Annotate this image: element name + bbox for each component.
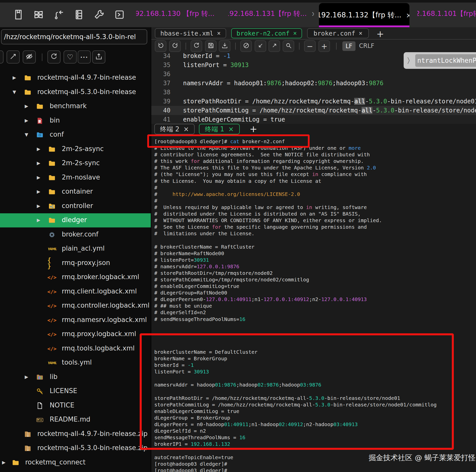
code-line-38[interactable]: 38: [151, 88, 476, 97]
tab-close-icon[interactable]: ×: [359, 30, 362, 37]
refresh-button[interactable]: [47, 50, 61, 64]
new-terminal-button[interactable]: +: [250, 124, 257, 134]
tree-item-2m-noslave[interactable]: ▶2m-noslave: [0, 171, 151, 185]
code-line-40[interactable]: 40storePathCommitLog = /home/hzz/rocketm…: [151, 106, 476, 115]
tree-item-rocketmq-all-5.3.0-bin-release[interactable]: ▼rocketmq-all-5.3.0-bin-release: [0, 85, 151, 99]
chevron-right-icon[interactable]: ▶: [37, 175, 40, 180]
tree-item-label: rmq.client.logback.xml: [62, 287, 137, 295]
tree-item-rmq.controller.logback.xml[interactable]: </>rmq.controller.logback.xml: [0, 299, 151, 313]
code-text: storePathCommitLog = /home/hzz/rocketmq/…: [183, 106, 476, 115]
search-button[interactable]: [283, 40, 294, 52]
tree-item-2m-2s-async[interactable]: ▶2m-2s-async: [0, 142, 151, 156]
arrow-sw-button[interactable]: [255, 40, 266, 52]
terminal-tab-2[interactable]: 终端 1×: [199, 124, 240, 134]
new-file-tab-button[interactable]: +: [376, 29, 384, 39]
tree-item-rocketmq_connect[interactable]: ▶rocketmq_connect: [0, 456, 151, 470]
tab-close-icon[interactable]: ×: [184, 125, 189, 133]
session-tab[interactable]: 192.168.1.130 【frp 转...×: [136, 0, 219, 27]
redo-button[interactable]: [169, 40, 181, 52]
chevron-right-icon[interactable]: ▶: [37, 203, 40, 209]
eye-off-button[interactable]: [23, 50, 36, 64]
session-tab[interactable]: 192.168.1.101【frp转...: [417, 0, 476, 27]
code-line-36[interactable]: 36: [151, 70, 476, 79]
tree-item-NOTICE[interactable]: NOTICE: [0, 399, 151, 413]
tree-item[interactable]: ▶: [0, 470, 151, 472]
session-tab[interactable]: 192.168.1.132【frp 转...×: [319, 3, 409, 27]
chevron-right-icon[interactable]: ▶: [37, 146, 40, 152]
tree-item-rmq.proxy.logback.xml[interactable]: </>rmq.proxy.logback.xml: [0, 327, 151, 341]
more-button[interactable]: ···: [78, 50, 91, 64]
server-icon[interactable]: [73, 9, 84, 20]
lf-toggle[interactable]: LF: [342, 41, 355, 51]
tab-close-icon[interactable]: ×: [406, 11, 409, 19]
tab-close-icon[interactable]: ×: [219, 10, 219, 18]
chevron-right-icon[interactable]: ▶: [25, 118, 28, 123]
tree-item-controller[interactable]: ▶controller: [0, 199, 151, 213]
arrow-ne-button[interactable]: [269, 40, 280, 52]
zoom-out-button[interactable]: −: [304, 40, 316, 52]
tab-close-icon[interactable]: ×: [311, 10, 314, 18]
expand-button[interactable]: [7, 50, 20, 64]
md-icon: [35, 416, 44, 424]
tree-item-rmq.client.logback.xml[interactable]: </>rmq.client.logback.xml: [0, 285, 151, 299]
chevron-down-icon[interactable]: ▼: [13, 89, 16, 95]
tree-item-rocketmq-all-4.9.7-bin-release.zip[interactable]: rocketmq-all-4.9.7-bin-release.zip: [0, 427, 151, 441]
export-button[interactable]: [92, 50, 105, 64]
chevron-right-icon[interactable]: ▶: [25, 103, 28, 109]
tree-item-plain_acl.yml[interactable]: YAMLplain_acl.yml: [0, 242, 151, 256]
bin-icon: 0 11 0: [35, 117, 44, 125]
slash-circle-button[interactable]: [240, 40, 252, 52]
tab-close-icon[interactable]: ×: [228, 125, 234, 133]
tree-item-2m-2s-sync[interactable]: ▶2m-2s-sync: [0, 156, 151, 170]
file-tab-broker-n2.conf[interactable]: broker-n2.conf×: [231, 28, 302, 38]
tree-item-rmq-proxy.json[interactable]: { }rmq-proxy.json: [0, 256, 151, 270]
tab-close-icon[interactable]: ×: [293, 30, 297, 37]
code-line-41[interactable]: 41enableDLegerCommitLog = true: [151, 115, 476, 124]
sidebar-button-partial[interactable]: [0, 50, 4, 64]
tree-item-container[interactable]: ▶container: [0, 185, 151, 199]
chevron-right-icon[interactable]: ▶: [37, 160, 40, 166]
terminal-line: # Unless required by applicable law or a…: [154, 204, 474, 211]
crlf-toggle[interactable]: CRLF: [359, 42, 374, 49]
undo-button[interactable]: [155, 40, 166, 52]
chevron-right-icon[interactable]: ▶: [13, 75, 16, 80]
tree-item-benchmark[interactable]: ▶benchmark: [0, 99, 151, 113]
folder-icon: [11, 459, 20, 467]
split-icon[interactable]: [33, 9, 44, 20]
tree-item-rocketmq-all-5.3.0-bin-release.zip[interactable]: rocketmq-all-5.3.0-bin-release.zip: [0, 441, 151, 455]
branch-icon[interactable]: [53, 9, 65, 20]
terminal-icon[interactable]: [114, 9, 125, 20]
terminal-tab-1[interactable]: 终端 2×: [154, 124, 195, 134]
tree-item-LICENSE[interactable]: LICENSE: [0, 384, 151, 398]
tree-item-rmq.tools.logback.xml[interactable]: </>rmq.tools.logback.xml: [0, 342, 151, 356]
chevron-down-icon[interactable]: ▼: [25, 132, 28, 137]
tree-item-conf[interactable]: ▼conf: [0, 128, 151, 142]
heart-button[interactable]: ♡: [64, 50, 77, 64]
tree-item-rocketmq-all-4.9.7-bin-release[interactable]: ▶rocketmq-all-4.9.7-bin-release: [0, 71, 151, 85]
code-line-39[interactable]: 39storePathRootDir = /home/hzz/rocketmq/…: [151, 97, 476, 106]
file-icon[interactable]: [13, 9, 24, 20]
tree-item-bin[interactable]: ▶0 11 0bin: [0, 114, 151, 128]
path-input[interactable]: [1, 29, 147, 44]
tree-item-rmq.namesrv.logback.xml[interactable]: </>rmq.namesrv.logback.xml: [0, 313, 151, 327]
refresh-button[interactable]: [191, 40, 202, 52]
tree-item-tools.yml[interactable]: YAMLtools.yml: [0, 356, 151, 370]
tree-item-broker.conf[interactable]: broker.conf: [0, 228, 151, 242]
chevron-right-icon[interactable]: ▶: [37, 217, 40, 223]
file-tab-broker.conf[interactable]: broker.conf×: [307, 28, 369, 38]
chevron-right-icon[interactable]: ▶: [2, 460, 6, 465]
session-tab[interactable]: 192.168.1.131【frp 转...×: [228, 0, 314, 27]
chevron-right-icon[interactable]: ▶: [25, 374, 28, 379]
tree-item-rmq.broker.logback.xml[interactable]: </>rmq.broker.logback.xml: [0, 270, 151, 284]
tree-item-README.md[interactable]: README.md: [0, 413, 151, 427]
download-button[interactable]: [219, 40, 230, 52]
zoom-in-button[interactable]: +: [318, 40, 330, 52]
tree-item-dledger[interactable]: ▶dledger: [0, 213, 151, 227]
save-button[interactable]: [205, 40, 217, 52]
tab-close-icon[interactable]: ×: [217, 30, 221, 37]
code-line-37[interactable]: 37namesrvAddr = hadoop01:9876;hadoop02:9…: [151, 79, 476, 88]
tree-item-lib[interactable]: ▶lib: [0, 370, 151, 384]
wrench-icon[interactable]: [94, 9, 105, 20]
file-tab-hbase-site.xml[interactable]: hbase-site.xml×: [155, 28, 226, 38]
chevron-right-icon[interactable]: ▶: [37, 189, 40, 194]
